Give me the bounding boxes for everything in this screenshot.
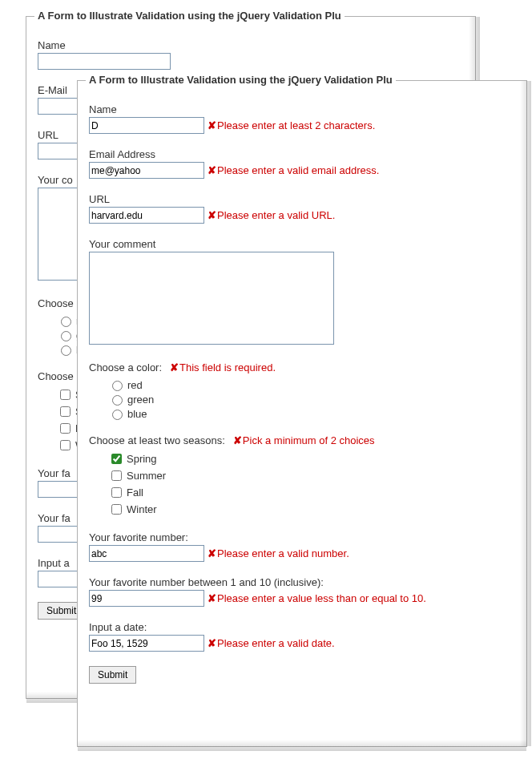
seasons-label: Choose at least two seasons: [89,434,225,446]
season-checkbox-fall[interactable] [111,487,122,498]
season-checkbox-winter[interactable] [111,504,122,515]
email-error: ✘Please enter a valid email address. [208,164,379,176]
error-icon: ✘ [208,209,216,221]
season-checkbox-summer[interactable] [60,406,71,417]
favrange-error: ✘Please enter a value less than or equal… [208,592,426,604]
favnum-label: Your favorite number: [89,531,515,543]
comment-textarea[interactable] [89,252,334,345]
seasons-label: Choose [38,370,74,382]
seasons-error: ✘Pick a minimum of 2 choices [233,434,375,446]
form-legend: A Form to Illustrate Validation using th… [86,74,396,86]
error-text: This field is required. [179,361,276,373]
error-text: Please enter at least 2 characters. [217,119,375,131]
error-icon: ✘ [208,164,216,176]
season-option-label: Fall [127,486,143,499]
favnum-error: ✘Please enter a valid number. [208,547,349,559]
error-text: Please enter a valid URL. [217,209,335,221]
season-checkbox-fall[interactable] [60,423,71,434]
color-option-label: red [127,379,143,391]
season-option-label: Spring [127,453,157,465]
error-icon: ✘ [233,434,242,446]
url-error: ✘Please enter a valid URL. [208,209,335,221]
error-text: Pick a minimum of 2 choices [243,434,375,446]
form-panel-foreground: A Form to Illustrate Validation using th… [77,80,527,747]
name-error: ✘Please enter at least 2 characters. [208,119,375,131]
error-icon: ✘ [208,637,216,649]
color-radio-green[interactable] [112,395,123,406]
name-label: Name [89,103,515,115]
color-label: Choose a color: [89,361,162,373]
color-radio-blue[interactable] [61,345,71,356]
email-label: Email Address [89,148,515,160]
color-option-label: green [127,394,154,406]
error-icon: ✘ [170,361,179,373]
comment-label: Your comment [89,238,515,250]
date-error: ✘Please enter a valid date. [208,637,335,649]
form-legend: A Form to Illustrate Validation using th… [34,10,345,22]
season-option-label: Summer [127,470,166,482]
color-radio-red[interactable] [112,381,123,391]
season-checkbox-winter[interactable] [60,440,71,450]
error-text: Please enter a valid date. [217,637,335,649]
date-label: Input a date: [89,621,515,633]
season-checkbox-spring[interactable] [111,454,122,464]
season-option-label: Winter [127,503,157,515]
email-input[interactable] [89,162,204,179]
error-text: Please enter a value less than or equal … [217,592,426,604]
error-icon: ✘ [208,547,216,559]
color-label: Choose [38,297,74,309]
error-icon: ✘ [208,119,216,131]
submit-button[interactable]: Submit [89,666,136,684]
color-option-label: blue [127,408,147,420]
url-label: URL [89,193,515,205]
name-input[interactable] [89,117,204,134]
url-input[interactable] [89,207,204,224]
favnum-input[interactable] [89,545,204,562]
date-input[interactable] [89,635,204,652]
error-text: Please enter a valid email address. [217,164,379,176]
season-checkbox-summer[interactable] [111,470,122,481]
error-icon: ✘ [208,592,216,604]
name-label: Name [38,39,464,51]
favrange-input[interactable] [89,590,204,607]
color-error: ✘This field is required. [170,361,276,373]
color-radio-red[interactable] [61,317,71,327]
color-radio-blue[interactable] [112,410,123,420]
color-radio-green[interactable] [61,331,71,341]
favrange-label: Your favorite number between 1 and 10 (i… [89,576,515,588]
error-text: Please enter a valid number. [217,547,349,559]
name-input[interactable] [38,53,171,70]
season-checkbox-spring[interactable] [60,390,71,400]
